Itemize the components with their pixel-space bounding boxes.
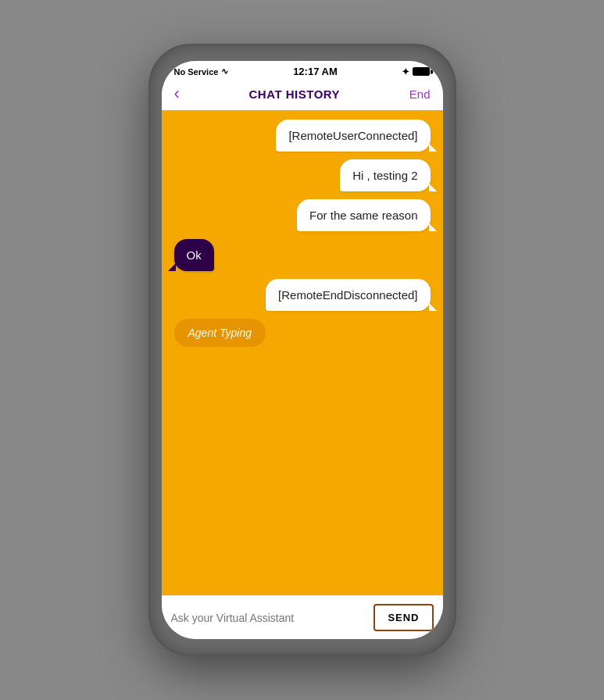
message-text-5: [RemoteEndDisconnected] xyxy=(278,288,417,302)
message-text-1: [RemoteUserConnected] xyxy=(288,129,417,142)
message-text-2: Hi , testing 2 xyxy=(352,169,417,182)
message-text-3: For the same reason xyxy=(309,209,417,222)
status-time: 12:17 AM xyxy=(293,66,338,77)
wifi-icon: ∿ xyxy=(221,66,228,77)
status-bar: No Service ∿ 12:17 AM ✦ xyxy=(162,61,443,80)
message-bubble-1: [RemoteUserConnected] xyxy=(276,120,430,152)
message-bubble-5: [RemoteEndDisconnected] xyxy=(266,279,430,311)
chat-input[interactable] xyxy=(171,609,368,627)
send-button[interactable]: SEND xyxy=(373,604,433,631)
phone-outer: No Service ∿ 12:17 AM ✦ ‹ CHAT HISTORY E… xyxy=(150,45,455,655)
status-right: ✦ xyxy=(402,66,430,77)
battery-icon xyxy=(413,67,430,76)
agent-typing-text: Agent Typing xyxy=(188,327,252,339)
chat-area: [RemoteUserConnected] Hi , testing 2 For… xyxy=(162,110,443,595)
bluetooth-icon: ✦ xyxy=(402,66,409,77)
status-left: No Service ∿ xyxy=(174,66,229,77)
carrier-text: No Service xyxy=(174,67,219,77)
agent-typing-bubble: Agent Typing xyxy=(174,319,266,347)
page-title: CHAT HISTORY xyxy=(249,88,341,101)
message-text-4: Ok xyxy=(187,248,202,262)
back-button[interactable]: ‹ xyxy=(174,84,180,104)
message-bubble-3: For the same reason xyxy=(297,199,430,231)
message-bubble-2: Hi , testing 2 xyxy=(340,159,430,191)
phone-inner: No Service ∿ 12:17 AM ✦ ‹ CHAT HISTORY E… xyxy=(162,61,443,639)
end-button[interactable]: End xyxy=(409,88,431,101)
input-area: SEND xyxy=(162,595,443,639)
message-bubble-4: Ok xyxy=(174,239,214,271)
nav-bar: ‹ CHAT HISTORY End xyxy=(162,80,443,110)
